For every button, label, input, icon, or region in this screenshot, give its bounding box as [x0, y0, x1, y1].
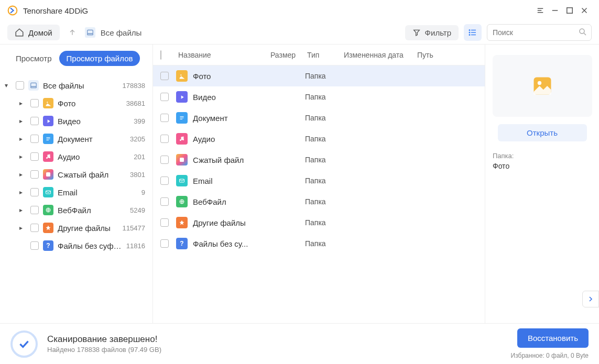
list-row[interactable]: ДокументПапка	[153, 107, 485, 128]
maximize-button[interactable]	[562, 3, 577, 18]
tree-item[interactable]: ▸Фото38681	[0, 94, 153, 112]
svg-rect-27	[46, 172, 50, 177]
tree-item[interactable]: ▸ВебФайл5249	[0, 201, 153, 219]
row-date	[342, 156, 415, 164]
svg-point-35	[180, 139, 181, 141]
tree-root[interactable]: ▾ Все файлы 178838	[0, 76, 153, 94]
menu-button[interactable]	[533, 3, 548, 18]
checkbox[interactable]	[30, 152, 39, 161]
search-icon[interactable]	[578, 27, 587, 38]
view-toggle-button[interactable]	[464, 24, 482, 41]
col-date[interactable]: Измененная дата	[344, 51, 417, 59]
checkbox[interactable]	[160, 72, 169, 80]
filter-label: Фильтр	[425, 28, 451, 37]
expand-icon[interactable]: ▾	[1, 82, 12, 89]
category-icon	[43, 116, 53, 126]
checkbox[interactable]	[160, 239, 169, 248]
titlebar: Tenorshare 4DDiG	[0, 0, 599, 21]
tree-item[interactable]: ▸Видео399	[0, 112, 153, 130]
col-size[interactable]: Размер	[270, 51, 307, 59]
collapse-panel-button[interactable]	[582, 291, 599, 307]
open-button[interactable]: Открыть	[498, 124, 587, 141]
select-all-checkbox[interactable]	[160, 50, 161, 60]
svg-point-16	[580, 29, 584, 34]
col-name[interactable]: Название	[176, 51, 270, 59]
detail-panel: Открыть Папка: Фото	[485, 45, 599, 323]
checkbox[interactable]	[160, 218, 169, 227]
list-row[interactable]: EmailПапка	[153, 170, 485, 191]
list-row[interactable]: ?Файлы без су...Папка	[153, 233, 485, 254]
checkbox[interactable]	[30, 224, 39, 232]
checkbox[interactable]	[160, 177, 169, 185]
tree-item[interactable]: ▸Аудио201	[0, 148, 153, 166]
checkbox[interactable]	[16, 81, 24, 90]
tree-item-count: 3801	[130, 171, 145, 179]
row-type: Папка	[305, 93, 342, 101]
list-row[interactable]: ФотоПапка	[153, 65, 485, 86]
expand-icon[interactable]: ▸	[16, 189, 26, 196]
list-row[interactable]: Сжатый файлПапка	[153, 149, 485, 170]
col-path[interactable]: Путь	[417, 51, 477, 59]
row-name: Другие файлы	[193, 218, 268, 227]
close-button[interactable]	[577, 3, 592, 18]
tree-item-label: Сжатый файл	[58, 170, 130, 179]
expand-icon[interactable]: ▸	[16, 153, 26, 160]
tree-item[interactable]: ▸Сжатый файл3801	[0, 166, 153, 183]
checkbox[interactable]	[30, 135, 39, 143]
check-icon	[17, 337, 31, 351]
svg-point-41	[538, 81, 541, 85]
recover-button[interactable]: Восстановить	[517, 328, 589, 348]
filter-button[interactable]: Фильтр	[405, 25, 459, 40]
list-row[interactable]: ВидеоПапка	[153, 86, 485, 107]
tree-item[interactable]: ?Файлы без суффикса11816	[0, 237, 153, 255]
checkbox[interactable]	[30, 99, 39, 107]
category-icon	[43, 151, 53, 162]
checkbox[interactable]	[160, 114, 169, 122]
row-size	[268, 177, 305, 185]
svg-point-26	[49, 157, 50, 158]
tree-item[interactable]: ▸Email9	[0, 183, 153, 201]
category-icon	[43, 134, 53, 144]
row-name: Email	[193, 177, 268, 185]
col-type[interactable]: Тип	[307, 51, 344, 59]
expand-icon[interactable]: ▸	[16, 135, 26, 142]
expand-icon[interactable]: ▸	[16, 206, 26, 214]
row-type: Папка	[305, 239, 342, 248]
checkbox[interactable]	[160, 156, 169, 164]
tree-item-count: 3205	[130, 135, 145, 143]
chevron-right-icon	[586, 295, 595, 303]
list-row[interactable]: ВебФайлПапка	[153, 191, 485, 212]
checkbox[interactable]	[160, 93, 169, 101]
checkbox[interactable]	[30, 206, 39, 214]
row-type: Папка	[305, 156, 342, 164]
expand-icon[interactable]: ▸	[16, 224, 26, 231]
tree-item[interactable]: ▸Другие файлы115477	[0, 219, 153, 237]
checkbox[interactable]	[30, 241, 39, 250]
list-row[interactable]: АудиоПапка	[153, 128, 485, 149]
checkbox[interactable]	[30, 170, 39, 179]
file-type-icon	[176, 91, 188, 103]
checkbox[interactable]	[160, 197, 169, 206]
tree-item[interactable]: ▸Документ3205	[0, 130, 153, 148]
up-button[interactable]	[65, 25, 80, 40]
list-view-icon	[468, 28, 477, 37]
list-row[interactable]: Другие файлыПапка	[153, 212, 485, 233]
category-icon	[43, 187, 53, 197]
expand-icon[interactable]: ▸	[16, 171, 26, 178]
tab-tree-view[interactable]: Просмотр	[8, 51, 59, 66]
checkbox[interactable]	[30, 117, 39, 125]
category-icon	[43, 205, 53, 215]
svg-point-15	[469, 35, 470, 36]
tab-file-view[interactable]: Просмотр файлов	[59, 51, 140, 66]
home-button[interactable]: Домой	[7, 25, 60, 40]
minimize-button[interactable]	[548, 3, 562, 18]
selected-count: Избранное: 0 файл, 0 Byte	[511, 352, 589, 359]
breadcrumb-text[interactable]: Все файлы	[101, 28, 142, 37]
row-size	[268, 239, 305, 248]
expand-icon[interactable]: ▸	[16, 117, 26, 125]
checkbox[interactable]	[30, 188, 39, 196]
checkbox[interactable]	[160, 135, 169, 143]
tree-item-label: Видео	[58, 117, 134, 126]
search-input[interactable]	[487, 24, 592, 41]
expand-icon[interactable]: ▸	[16, 100, 26, 107]
